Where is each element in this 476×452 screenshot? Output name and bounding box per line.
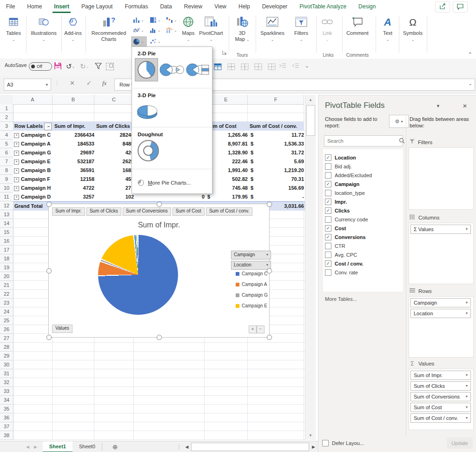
field-checkbox[interactable] (325, 243, 331, 249)
undo-button[interactable]: ↺⌄ (66, 62, 75, 71)
pivotchart-button[interactable]: PivotChart⌄ (197, 15, 225, 43)
field-search[interactable] (324, 135, 403, 146)
maps-button[interactable]: Maps⌄ (179, 15, 197, 43)
row-header-23[interactable]: 23 (0, 299, 13, 307)
menu-item-pie-of-pie[interactable] (159, 61, 185, 80)
pivot-costconv-cell[interactable]: $5.69 (248, 157, 306, 166)
field-item-location-type[interactable]: location_type (325, 188, 365, 197)
selection-handle[interactable] (267, 202, 272, 207)
row-header-24[interactable]: 24 (0, 307, 13, 316)
paste-area-button[interactable] (106, 63, 114, 70)
row-header-5[interactable]: 5 (0, 140, 13, 148)
row-header-19[interactable]: 19 (0, 263, 13, 272)
illustrations-button[interactable]: Illustrations⌄ (28, 15, 60, 43)
scroll-down-button[interactable]: ▼ (305, 433, 316, 438)
field-checkbox[interactable] (325, 172, 331, 179)
border-grid-button-5[interactable] (268, 63, 276, 71)
formula-bar-expand-button[interactable]: ⌄ (469, 81, 472, 86)
redo-button[interactable]: ↻⌄ (80, 62, 89, 71)
field-item-cost-conv-[interactable]: ✓Cost / conv. (325, 259, 364, 268)
row-header-13[interactable]: 13 (0, 210, 13, 219)
legend-item[interactable]: Campaign G (236, 292, 268, 298)
menu-item-more-pie-charts[interactable]: More Pie Charts... (132, 176, 212, 189)
expand-icon[interactable]: + (14, 151, 19, 156)
symbols-button[interactable]: Ω Symbols⌄ (402, 15, 424, 43)
menu-item-bar-of-pie[interactable] (186, 61, 210, 80)
field-item-bid-adj-[interactable]: Bid adj. (325, 162, 352, 171)
field-checkbox[interactable] (325, 163, 331, 170)
share-button[interactable] (435, 1, 450, 13)
row-header-6[interactable]: 6 (0, 148, 13, 157)
insert-column-chart-button[interactable]: ⌄ (133, 17, 144, 23)
field-checkbox[interactable] (325, 252, 331, 258)
ribbon-tab-insert[interactable]: Insert (48, 0, 75, 13)
border-grid-button-2[interactable] (227, 63, 235, 71)
pivot-row-label[interactable]: +Campaign D (13, 193, 53, 202)
field-item-added-excluded[interactable]: Added/Excluded (325, 171, 372, 179)
row-header-10[interactable]: 10 (0, 184, 13, 193)
row-header-33[interactable]: 33 (0, 387, 13, 396)
column-header-A[interactable]: A (13, 95, 53, 105)
selection-handle[interactable] (157, 335, 162, 340)
chart-axis-button-location[interactable]: Location▾ (231, 261, 271, 270)
pivot-costconv-cell[interactable]: $- (248, 193, 306, 202)
row-header-25[interactable]: 25 (0, 316, 13, 325)
new-sheet-button[interactable]: ⊕ (102, 441, 128, 452)
row-header-4[interactable]: 4 (0, 131, 13, 140)
field-checkbox[interactable]: ✓ (325, 207, 331, 214)
field-checkbox[interactable] (325, 216, 331, 223)
pivot-chart[interactable]: Sum of Impr.Sum of ClicksSum of Conversi… (48, 204, 270, 338)
menu-item-2d-pie[interactable] (135, 58, 158, 81)
values-pill[interactable]: Sum of Conversions▾ (410, 392, 471, 401)
pie-plot[interactable] (98, 235, 178, 315)
expand-icon[interactable]: + (14, 186, 19, 191)
chart-collapse-button[interactable]: − (257, 326, 264, 333)
expand-icon[interactable]: + (14, 133, 19, 138)
insert-function-button[interactable]: fx (102, 80, 106, 87)
pivot-impr-cell[interactable]: 12158 (53, 175, 96, 184)
expand-icon[interactable]: + (14, 160, 19, 165)
pivot-conversions-cell[interactable]: 0 (134, 193, 206, 202)
row-header-3[interactable]: 3 (0, 122, 13, 131)
field-checkbox[interactable]: ✓ (325, 260, 331, 267)
column-header-C[interactable]: C (94, 95, 134, 105)
comment-button[interactable] (453, 1, 468, 13)
row-header-36[interactable]: 36 (0, 413, 13, 422)
ribbon-tab-formulas[interactable]: Formulas (119, 0, 154, 13)
row-header-15[interactable]: 15 (0, 228, 13, 237)
row-header-35[interactable]: 35 (0, 405, 13, 413)
scroll-up-button[interactable]: ▲ (305, 95, 316, 102)
3d-map-button[interactable]: 3DMap ⌄ (231, 15, 253, 43)
row-header-14[interactable]: 14 (0, 219, 13, 228)
border-grid-button-1[interactable] (214, 63, 222, 71)
cancel-button[interactable]: ✕ (70, 80, 75, 86)
pivot-row-label[interactable]: +Campaign E (13, 157, 53, 166)
row-header-18[interactable]: 18 (0, 254, 13, 263)
insert-hierarchy-chart-button[interactable]: ⌄ (150, 17, 161, 23)
ribbon-tab-help[interactable]: Help (232, 0, 256, 13)
columns-pill[interactable]: Σ Values▾ (410, 225, 471, 234)
insert-waterfall-chart-button[interactable]: ⌄ (166, 17, 177, 23)
row-header-38[interactable]: 38 (0, 431, 13, 440)
pivot-header-c[interactable]: Sum of Clicks (94, 122, 134, 131)
ribbon-tab-design[interactable]: Design (352, 0, 382, 13)
prev-sheet-button[interactable]: ◀ (26, 445, 29, 449)
row-header-26[interactable]: 26 (0, 325, 13, 334)
ribbon-tab-review[interactable]: Review (178, 0, 208, 13)
row-header-37[interactable]: 37 (0, 422, 13, 431)
field-item-impr-[interactable]: ✓Impr. (325, 197, 347, 206)
border-grid-button-3[interactable] (241, 63, 249, 71)
insert-combo-chart-button[interactable]: ⌄ (166, 27, 177, 33)
row-header-8[interactable]: 8 (0, 166, 13, 175)
ribbon-tab-developer[interactable]: Developer (256, 0, 294, 13)
pivot-row-label[interactable]: +Campaign F (13, 175, 53, 184)
save-button[interactable] (54, 62, 62, 70)
vertical-scrollbar[interactable]: ▲ ▼ (305, 95, 316, 440)
ribbon-tab-page-layout[interactable]: Page Layout (75, 0, 119, 13)
field-checkbox[interactable]: ✓ (325, 199, 331, 205)
row-header-20[interactable]: 20 (0, 272, 13, 281)
selection-handle[interactable] (46, 202, 52, 207)
row-header-31[interactable]: 31 (0, 369, 13, 378)
pivot-header-row-labels[interactable]: Row Labels↓▾ (13, 122, 53, 131)
recommended-charts-button[interactable]: ? RecommendedCharts (88, 15, 129, 42)
